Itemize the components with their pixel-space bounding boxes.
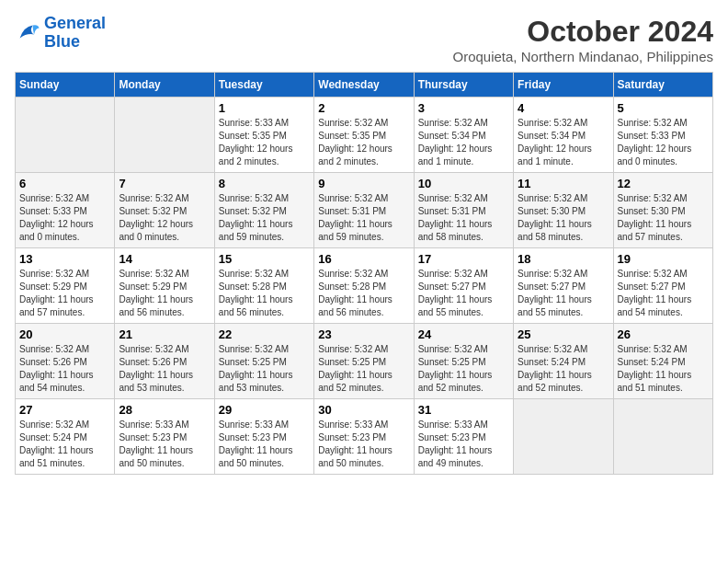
calendar-cell [115, 98, 214, 173]
cell-content: Sunrise: 5:32 AM Sunset: 5:28 PM Dayligh… [318, 268, 409, 319]
calendar-cell: 11Sunrise: 5:32 AM Sunset: 5:30 PM Dayli… [514, 173, 613, 248]
calendar-cell: 4Sunrise: 5:32 AM Sunset: 5:34 PM Daylig… [514, 98, 613, 173]
cell-content: Sunrise: 5:32 AM Sunset: 5:33 PM Dayligh… [19, 192, 110, 244]
column-header-saturday: Saturday [613, 73, 712, 98]
day-number: 2 [318, 101, 409, 115]
cell-content: Sunrise: 5:32 AM Sunset: 5:30 PM Dayligh… [518, 192, 609, 244]
calendar-header-row: SundayMondayTuesdayWednesdayThursdayFrid… [16, 73, 713, 98]
column-header-wednesday: Wednesday [314, 73, 414, 98]
day-number: 30 [318, 403, 409, 417]
calendar-cell: 17Sunrise: 5:32 AM Sunset: 5:27 PM Dayli… [414, 248, 513, 324]
cell-content: Sunrise: 5:32 AM Sunset: 5:31 PM Dayligh… [318, 192, 409, 244]
cell-content: Sunrise: 5:33 AM Sunset: 5:23 PM Dayligh… [219, 419, 310, 470]
cell-content: Sunrise: 5:32 AM Sunset: 5:31 PM Dayligh… [418, 192, 509, 244]
cell-content: Sunrise: 5:32 AM Sunset: 5:30 PM Dayligh… [618, 192, 709, 244]
calendar-cell: 10Sunrise: 5:32 AM Sunset: 5:31 PM Dayli… [414, 173, 513, 248]
day-number: 6 [19, 177, 110, 190]
cell-content: Sunrise: 5:33 AM Sunset: 5:23 PM Dayligh… [119, 419, 210, 470]
logo: General Blue [15, 15, 106, 52]
calendar-cell: 31Sunrise: 5:33 AM Sunset: 5:23 PM Dayli… [414, 399, 513, 475]
day-number: 27 [19, 403, 110, 417]
month-title: October 2024 [453, 15, 714, 49]
day-number: 23 [318, 327, 409, 341]
day-number: 16 [318, 252, 409, 266]
calendar-week-row: 27Sunrise: 5:32 AM Sunset: 5:24 PM Dayli… [16, 399, 713, 475]
calendar-cell: 27Sunrise: 5:32 AM Sunset: 5:24 PM Dayli… [16, 399, 115, 475]
cell-content: Sunrise: 5:32 AM Sunset: 5:25 PM Dayligh… [418, 343, 509, 395]
day-number: 14 [119, 252, 210, 266]
calendar-cell [613, 399, 712, 475]
calendar-cell: 21Sunrise: 5:32 AM Sunset: 5:26 PM Dayli… [115, 324, 214, 399]
cell-content: Sunrise: 5:32 AM Sunset: 5:27 PM Dayligh… [418, 268, 509, 319]
column-header-thursday: Thursday [414, 73, 513, 98]
cell-content: Sunrise: 5:33 AM Sunset: 5:23 PM Dayligh… [418, 419, 509, 470]
location-title: Oroquieta, Northern Mindanao, Philippine… [453, 49, 714, 64]
day-number: 7 [119, 177, 210, 190]
calendar-week-row: 1Sunrise: 5:33 AM Sunset: 5:35 PM Daylig… [16, 98, 713, 173]
calendar-cell: 19Sunrise: 5:32 AM Sunset: 5:27 PM Dayli… [613, 248, 712, 324]
calendar-cell: 24Sunrise: 5:32 AM Sunset: 5:25 PM Dayli… [414, 324, 513, 399]
calendar-week-row: 6Sunrise: 5:32 AM Sunset: 5:33 PM Daylig… [16, 173, 713, 248]
cell-content: Sunrise: 5:32 AM Sunset: 5:33 PM Dayligh… [618, 117, 709, 168]
day-number: 31 [418, 403, 509, 417]
cell-content: Sunrise: 5:32 AM Sunset: 5:24 PM Dayligh… [618, 343, 709, 395]
calendar-cell: 9Sunrise: 5:32 AM Sunset: 5:31 PM Daylig… [314, 173, 414, 248]
calendar-cell [514, 399, 613, 475]
calendar-cell: 14Sunrise: 5:32 AM Sunset: 5:29 PM Dayli… [115, 248, 214, 324]
calendar-cell: 8Sunrise: 5:32 AM Sunset: 5:32 PM Daylig… [214, 173, 313, 248]
calendar-cell: 18Sunrise: 5:32 AM Sunset: 5:27 PM Dayli… [514, 248, 613, 324]
day-number: 22 [219, 327, 310, 341]
column-header-monday: Monday [115, 73, 214, 98]
page-header: General Blue October 2024 Oroquieta, Nor… [15, 15, 713, 64]
calendar-cell: 6Sunrise: 5:32 AM Sunset: 5:33 PM Daylig… [16, 173, 115, 248]
cell-content: Sunrise: 5:32 AM Sunset: 5:32 PM Dayligh… [219, 192, 310, 244]
day-number: 25 [518, 327, 609, 341]
calendar-cell: 26Sunrise: 5:32 AM Sunset: 5:24 PM Dayli… [613, 324, 712, 399]
calendar-week-row: 20Sunrise: 5:32 AM Sunset: 5:26 PM Dayli… [16, 324, 713, 399]
day-number: 5 [618, 101, 709, 115]
cell-content: Sunrise: 5:32 AM Sunset: 5:26 PM Dayligh… [19, 343, 110, 395]
calendar-cell: 28Sunrise: 5:33 AM Sunset: 5:23 PM Dayli… [115, 399, 214, 475]
cell-content: Sunrise: 5:32 AM Sunset: 5:24 PM Dayligh… [518, 343, 609, 395]
cell-content: Sunrise: 5:32 AM Sunset: 5:25 PM Dayligh… [318, 343, 409, 395]
title-area: October 2024 Oroquieta, Northern Mindana… [453, 15, 714, 64]
day-number: 17 [418, 252, 509, 266]
day-number: 8 [219, 177, 310, 190]
logo-icon [15, 20, 40, 46]
day-number: 26 [618, 327, 709, 341]
cell-content: Sunrise: 5:32 AM Sunset: 5:34 PM Dayligh… [518, 117, 609, 168]
cell-content: Sunrise: 5:32 AM Sunset: 5:35 PM Dayligh… [318, 117, 409, 168]
logo-line2: Blue [44, 32, 80, 51]
day-number: 9 [318, 177, 409, 190]
calendar-cell: 13Sunrise: 5:32 AM Sunset: 5:29 PM Dayli… [16, 248, 115, 324]
calendar-cell: 20Sunrise: 5:32 AM Sunset: 5:26 PM Dayli… [16, 324, 115, 399]
logo-text: General Blue [44, 15, 106, 52]
calendar-cell: 30Sunrise: 5:33 AM Sunset: 5:23 PM Dayli… [314, 399, 414, 475]
cell-content: Sunrise: 5:33 AM Sunset: 5:23 PM Dayligh… [318, 419, 409, 470]
calendar-cell: 1Sunrise: 5:33 AM Sunset: 5:35 PM Daylig… [214, 98, 313, 173]
cell-content: Sunrise: 5:32 AM Sunset: 5:29 PM Dayligh… [19, 268, 110, 319]
column-header-sunday: Sunday [16, 73, 115, 98]
calendar-table: SundayMondayTuesdayWednesdayThursdayFrid… [15, 72, 713, 475]
calendar-cell: 23Sunrise: 5:32 AM Sunset: 5:25 PM Dayli… [314, 324, 414, 399]
calendar-cell: 29Sunrise: 5:33 AM Sunset: 5:23 PM Dayli… [214, 399, 313, 475]
column-header-friday: Friday [514, 73, 613, 98]
day-number: 1 [219, 101, 310, 115]
day-number: 21 [119, 327, 210, 341]
calendar-week-row: 13Sunrise: 5:32 AM Sunset: 5:29 PM Dayli… [16, 248, 713, 324]
column-header-tuesday: Tuesday [214, 73, 313, 98]
day-number: 3 [418, 101, 509, 115]
day-number: 24 [418, 327, 509, 341]
day-number: 19 [618, 252, 709, 266]
day-number: 29 [219, 403, 310, 417]
calendar-cell: 22Sunrise: 5:32 AM Sunset: 5:25 PM Dayli… [214, 324, 313, 399]
cell-content: Sunrise: 5:33 AM Sunset: 5:35 PM Dayligh… [219, 117, 310, 168]
day-number: 28 [119, 403, 210, 417]
day-number: 10 [418, 177, 509, 190]
day-number: 15 [219, 252, 310, 266]
cell-content: Sunrise: 5:32 AM Sunset: 5:24 PM Dayligh… [19, 419, 110, 470]
day-number: 11 [518, 177, 609, 190]
cell-content: Sunrise: 5:32 AM Sunset: 5:27 PM Dayligh… [518, 268, 609, 319]
day-number: 20 [19, 327, 110, 341]
logo-line1: General [44, 14, 106, 32]
